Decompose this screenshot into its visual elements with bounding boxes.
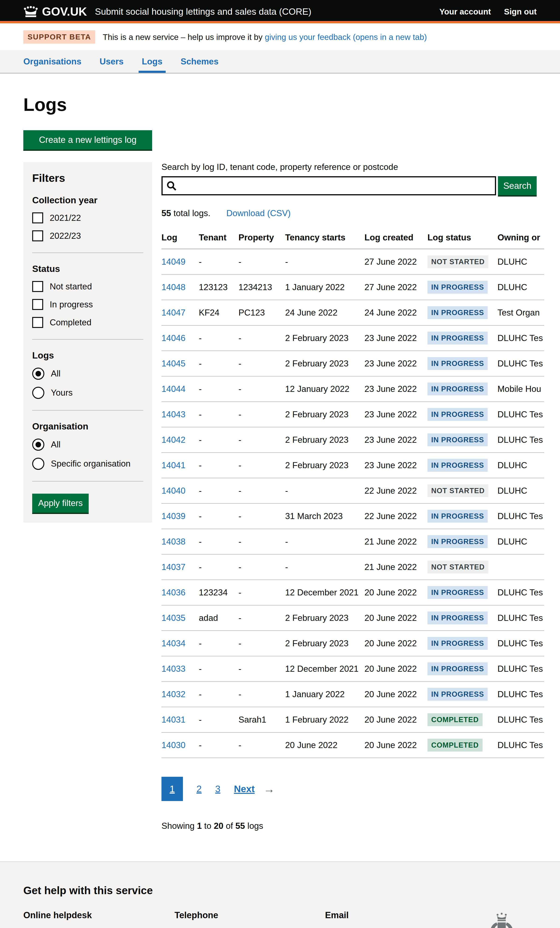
service-name[interactable]: Submit social housing lettings and sales… xyxy=(95,6,311,17)
property-cell: - xyxy=(238,605,285,630)
log-id-link[interactable]: 14037 xyxy=(162,562,186,572)
tab-users[interactable]: Users xyxy=(100,50,124,73)
tenancy-starts-cell: 2 February 2023 xyxy=(285,453,365,478)
checkbox-not-started[interactable] xyxy=(32,281,43,292)
tab-organisations[interactable]: Organisations xyxy=(23,50,81,73)
checkbox-in-progress[interactable] xyxy=(32,299,43,310)
page-3-link[interactable]: 3 xyxy=(215,784,220,794)
checkbox-2022-23-label[interactable]: 2022/23 xyxy=(50,231,81,241)
search-input[interactable] xyxy=(162,176,496,195)
log-id-link[interactable]: 14039 xyxy=(162,511,186,521)
tenancy-starts-cell: 2 February 2023 xyxy=(285,402,365,427)
tab-schemes[interactable]: Schemes xyxy=(181,50,219,73)
property-cell: 1234213 xyxy=(238,275,285,300)
radio-organisation-all-label[interactable]: All xyxy=(51,440,60,450)
sign-out-link[interactable]: Sign out xyxy=(504,7,537,16)
next-page-link[interactable]: Next xyxy=(234,783,255,795)
log-id-link[interactable]: 14048 xyxy=(162,282,186,292)
owning-organisation-cell: DLUHC Tes xyxy=(497,707,544,733)
tenancy-starts-cell: 2 February 2023 xyxy=(285,325,365,351)
your-account-link[interactable]: Your account xyxy=(439,7,491,16)
showing-prefix: Showing xyxy=(162,821,197,831)
log-id-link[interactable]: 14038 xyxy=(162,537,186,546)
radio-logs-yours-label[interactable]: Yours xyxy=(51,388,73,398)
checkbox-2021-22[interactable] xyxy=(32,212,43,223)
govuk-logotype[interactable]: GOV.UK xyxy=(42,5,87,18)
status-badge: IN PROGRESS xyxy=(427,637,488,650)
radio-logs-yours[interactable] xyxy=(32,387,44,399)
search-button[interactable]: Search xyxy=(498,176,537,195)
property-cell: - xyxy=(238,351,285,376)
tenant-cell: - xyxy=(199,402,238,427)
log-id-link[interactable]: 14032 xyxy=(162,690,186,699)
log-id-link[interactable]: 14047 xyxy=(162,308,186,317)
log-created-cell: 27 June 2022 xyxy=(365,275,427,300)
radio-logs-all[interactable] xyxy=(32,368,44,380)
search-icon xyxy=(166,180,177,193)
organisation-title: Organisation xyxy=(32,421,143,432)
checkbox-2021-22-label[interactable]: 2021/22 xyxy=(50,213,81,223)
log-id-link[interactable]: 14044 xyxy=(162,384,186,394)
property-cell: - xyxy=(238,554,285,580)
filters-heading: Filters xyxy=(32,171,143,185)
status-badge: IN PROGRESS xyxy=(427,332,488,345)
next-arrow-icon[interactable]: → xyxy=(264,783,275,795)
radio-specific-organisation[interactable] xyxy=(32,458,44,470)
log-id-link[interactable]: 14036 xyxy=(162,588,186,597)
page-1-current[interactable]: 1 xyxy=(162,777,183,801)
tenancy-starts-cell: 20 June 2022 xyxy=(285,733,365,758)
log-id-link[interactable]: 14041 xyxy=(162,461,186,470)
property-cell: - xyxy=(238,656,285,682)
radio-logs-all-label[interactable]: All xyxy=(51,369,60,379)
log-created-cell: 23 June 2022 xyxy=(365,453,427,478)
checkbox-completed-label[interactable]: Completed xyxy=(50,317,92,327)
log-id-link[interactable]: 14035 xyxy=(162,613,186,623)
log-id-link[interactable]: 14031 xyxy=(162,715,186,725)
tenancy-starts-cell: 1 February 2022 xyxy=(285,707,365,733)
telephone-title: Telephone xyxy=(174,910,325,920)
checkbox-2022-23[interactable] xyxy=(32,230,43,241)
status-badge: IN PROGRESS xyxy=(427,586,488,599)
owning-organisation-cell: DLUHC Tes xyxy=(497,682,544,707)
log-id-link[interactable]: 14049 xyxy=(162,257,186,267)
log-created-cell: 22 June 2022 xyxy=(365,504,427,529)
footer: Get help with this service Online helpde… xyxy=(0,861,560,928)
checkbox-not-started-label[interactable]: Not started xyxy=(50,282,92,292)
radio-specific-organisation-label[interactable]: Specific organisation xyxy=(51,459,130,469)
table-row: 14040 - - - 22 June 2022 NOT STARTED DLU… xyxy=(162,478,544,504)
table-row: 14035 adad - 2 February 2023 20 June 202… xyxy=(162,605,544,630)
tenant-cell: - xyxy=(199,630,238,656)
tenant-cell: 123234 xyxy=(199,580,238,605)
radio-organisation-all[interactable] xyxy=(32,438,44,451)
log-id-link[interactable]: 14042 xyxy=(162,435,186,445)
status-badge: IN PROGRESS xyxy=(427,357,488,370)
log-id-link[interactable]: 14043 xyxy=(162,410,186,419)
feedback-link[interactable]: giving us your feedback (opens in a new … xyxy=(265,32,427,41)
owning-organisation-cell: DLUHC Tes xyxy=(497,656,544,682)
property-cell: - xyxy=(238,427,285,453)
col-log-created: Log created xyxy=(365,228,427,249)
status-badge: NOT STARTED xyxy=(427,561,488,574)
page-2-link[interactable]: 2 xyxy=(197,784,201,794)
checkbox-in-progress-label[interactable]: In progress xyxy=(50,300,93,310)
log-id-link[interactable]: 14034 xyxy=(162,639,186,648)
table-row: 14038 - - - 21 June 2022 IN PROGRESS DLU… xyxy=(162,529,544,554)
status-badge: IN PROGRESS xyxy=(427,688,488,701)
apply-filters-button[interactable]: Apply filters xyxy=(32,494,89,513)
tab-logs[interactable]: Logs xyxy=(142,50,162,73)
results-section: Search by log ID, tenant code, property … xyxy=(162,162,537,839)
log-id-link[interactable]: 14040 xyxy=(162,486,186,496)
log-id-link[interactable]: 14030 xyxy=(162,740,186,750)
log-id-link[interactable]: 14033 xyxy=(162,664,186,674)
create-lettings-log-button[interactable]: Create a new lettings log xyxy=(23,130,152,150)
status-badge: COMPLETED xyxy=(427,739,482,751)
log-id-link[interactable]: 14046 xyxy=(162,333,186,343)
col-tenancy-starts: Tenancy starts xyxy=(285,228,365,249)
pagination: 1 2 3 Next → xyxy=(162,777,537,801)
status-badge: IN PROGRESS xyxy=(427,281,488,294)
download-csv-link[interactable]: Download (CSV) xyxy=(226,208,291,218)
log-id-link[interactable]: 14045 xyxy=(162,359,186,368)
owning-organisation-cell xyxy=(497,554,544,580)
checkbox-completed[interactable] xyxy=(32,317,43,328)
log-created-cell: 23 June 2022 xyxy=(365,376,427,402)
